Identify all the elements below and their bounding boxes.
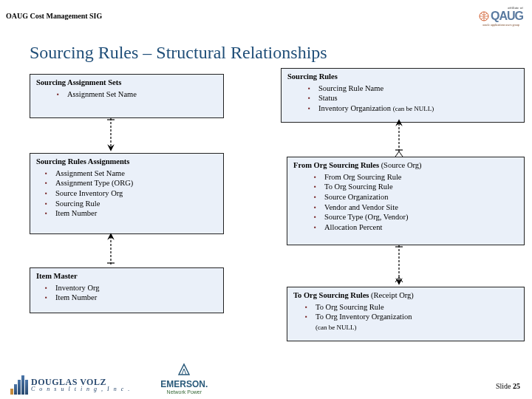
list-item: From Org Sourcing Rule [323,172,518,183]
page-title: Sourcing Rules – Structural Relationship… [30,43,327,63]
box-sourcing-assignment-sets: Sourcing Assignment Sets Assignment Set … [30,74,224,118]
emerson-icon [176,361,192,376]
bars-icon [10,375,28,395]
box-title: Sourcing Rules [287,72,518,82]
box-title: Sourcing Rules Assignments [36,157,217,167]
douglas-volz-logo: DOUGLAS VOLZ C o n s u l t i n g , I n c… [10,375,131,395]
slide-number: Slide 25 [496,382,520,390]
list-item: Source Organization [323,192,518,202]
box-title: To Org Sourcing Rules (Receipt Org) [293,290,518,301]
box-from-org-sourcing-rules: From Org Sourcing Rules (Source Org) Fro… [287,157,525,245]
box-title: From Org Sourcing Rules (Source Org) [293,160,518,171]
list-item: Item Number [54,293,217,303]
list-item: Assignment Type (ORG) [54,178,217,188]
logo-subtext: oracle applications users group [482,23,519,27]
list-item: Inventory Org [54,283,217,293]
logo-text: QAUG [491,10,523,23]
list-item: To Org Inventory Organization(can be NUL… [314,312,518,332]
box-title: Item Master [36,271,217,282]
list-item: Source Type (Org, Vendor) [323,212,518,222]
logo-box: QAUG [479,10,523,23]
list-item: To Org Sourcing Rule [314,302,518,313]
list-item: Assignment Set Name [66,89,217,100]
box-title: Sourcing Assignment Sets [36,78,217,88]
box-to-org-sourcing-rules: To Org Sourcing Rules (Receipt Org) To O… [287,287,525,341]
dv-sub: C o n s u l t i n g , I n c . [31,386,131,392]
list-item: Sourcing Rule [54,199,217,209]
list-item: Inventory Organization (can be NULL) [317,103,518,114]
list-item: Status [317,93,518,103]
globe-icon [479,10,489,23]
list-item: Source Inventory Org [54,188,217,199]
emerson-logo: EMERSON. Network Power [160,361,208,395]
list-item: Allocation Percent [323,222,518,233]
box-item-master: Item Master Inventory Org Item Number [30,267,224,313]
list-item: Vendor and Vendor Site [323,202,518,213]
box-sourcing-rules-assignments: Sourcing Rules Assignments Assignment Se… [30,153,224,234]
list-item: Sourcing Rule Name [317,83,518,94]
header-logo: affiliate of QAUG oracle applications us… [479,6,523,27]
box-sourcing-rules: Sourcing Rules Sourcing Rule Name Status… [281,68,525,123]
emerson-text: EMERSON. [160,379,208,389]
list-item: To Org Sourcing Rule [323,182,518,192]
list-item: Assignment Set Name [54,168,217,179]
emerson-sub: Network Power [160,389,208,395]
footer-logos: DOUGLAS VOLZ C o n s u l t i n g , I n c… [10,361,208,395]
list-item: Item Number [54,208,217,219]
header-sig: OAUG Cost Management SIG [6,12,526,22]
